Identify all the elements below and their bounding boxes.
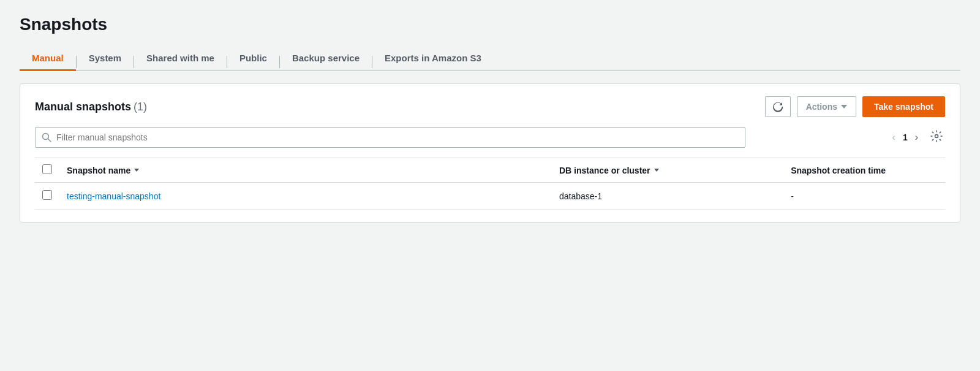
snapshot-table: Snapshot name DB instance or cluster Sna… xyxy=(35,158,945,210)
tab-shared[interactable]: Shared with me xyxy=(134,47,227,71)
settings-button[interactable] xyxy=(928,129,945,147)
tab-exports[interactable]: Exports in Amazon S3 xyxy=(372,47,494,71)
th-db-instance: DB instance or cluster xyxy=(552,158,783,183)
filter-input[interactable] xyxy=(56,132,739,142)
header-actions: Actions Take snapshot xyxy=(765,96,945,117)
tab-system[interactable]: System xyxy=(77,47,134,71)
page-number: 1 xyxy=(903,132,908,142)
row-checkbox-cell xyxy=(35,183,59,210)
tab-backup[interactable]: Backup service xyxy=(280,47,372,71)
gear-icon xyxy=(930,130,943,142)
prev-page-button[interactable]: ‹ xyxy=(889,129,899,145)
take-snapshot-button[interactable]: Take snapshot xyxy=(862,96,945,117)
refresh-button[interactable] xyxy=(765,96,791,117)
col-sort-name: Snapshot name xyxy=(67,166,139,175)
tab-manual[interactable]: Manual xyxy=(20,47,76,71)
th-snapshot-name: Snapshot name xyxy=(59,158,552,183)
table-header-row: Snapshot name DB instance or cluster Sna… xyxy=(35,158,945,183)
svg-line-1 xyxy=(48,139,51,142)
snapshot-name-link[interactable]: testing-manual-snapshot xyxy=(67,191,160,201)
row-snapshot-name: testing-manual-snapshot xyxy=(59,183,552,210)
main-card: Manual snapshots (1) Actions Take snapsh… xyxy=(20,83,960,223)
row-db-instance: database-1 xyxy=(552,183,783,210)
card-title-area: Manual snapshots (1) xyxy=(35,101,147,113)
refresh-icon xyxy=(772,101,783,112)
table-row: testing-manual-snapshot database-1 - xyxy=(35,183,945,210)
filter-row: ‹ 1 › xyxy=(35,127,945,148)
chevron-down-icon xyxy=(841,105,847,109)
row-checkbox[interactable] xyxy=(42,190,52,200)
th-creation-time: Snapshot creation time xyxy=(783,158,945,183)
page-title: Snapshots xyxy=(20,15,960,34)
row-creation-time: - xyxy=(783,183,945,210)
search-icon xyxy=(42,132,51,142)
sort-icon-db xyxy=(654,169,659,172)
actions-button[interactable]: Actions xyxy=(797,96,856,117)
pagination-controls: ‹ 1 › xyxy=(889,129,945,147)
tab-public[interactable]: Public xyxy=(227,47,279,71)
sort-icon-name xyxy=(134,169,139,172)
next-page-button[interactable]: › xyxy=(911,129,922,145)
svg-point-2 xyxy=(935,134,938,137)
card-title-count-val: (1) xyxy=(134,101,147,113)
select-all-checkbox[interactable] xyxy=(42,164,52,174)
th-checkbox xyxy=(35,158,59,183)
search-box[interactable] xyxy=(35,127,745,148)
card-title: Manual snapshots xyxy=(35,101,131,113)
actions-label: Actions xyxy=(806,102,837,112)
tabs-container: Manual System Shared with me Public Back… xyxy=(20,47,960,71)
col-sort-db: DB instance or cluster xyxy=(559,166,659,175)
snapshot-tbody: testing-manual-snapshot database-1 - xyxy=(35,183,945,210)
card-header: Manual snapshots (1) Actions Take snapsh… xyxy=(35,96,945,117)
